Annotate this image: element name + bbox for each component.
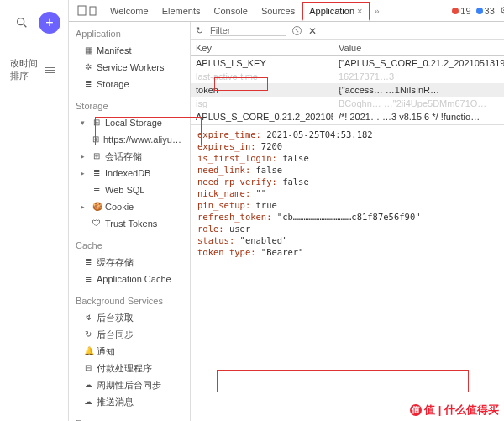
chevron-right-icon[interactable]: » xyxy=(371,3,383,19)
sidebar-session-storage[interactable]: ▸⊞会话存储 xyxy=(74,148,190,165)
gear-icon[interactable]: ⚙ xyxy=(500,5,504,16)
svg-rect-2 xyxy=(78,6,86,15)
table-row[interactable]: APLUS_S_CORE_0.21.2_20210513191631_2… xyxy=(191,110,333,124)
table-row[interactable]: isg__ xyxy=(191,97,333,110)
tab-elements[interactable]: Elements xyxy=(156,3,207,19)
group-bg: Background Services xyxy=(69,294,190,309)
sidebar-bg-fetch[interactable]: ↯后台获取 xyxy=(69,309,190,326)
svg-point-0 xyxy=(18,18,24,25)
col-value[interactable]: Value xyxy=(333,40,504,56)
sidebar-cookie[interactable]: ▸🍪Cookie xyxy=(74,198,190,215)
filter-bar: ↻ ✕ xyxy=(191,22,504,40)
device-toggle-icon[interactable] xyxy=(72,5,102,16)
filter-input[interactable] xyxy=(210,25,286,36)
tab-application[interactable]: Application× xyxy=(302,2,369,21)
storage-table: Key APLUS_LS_KEY last-active-time token … xyxy=(191,40,504,124)
tree-toggle-icon[interactable]: ▾ xyxy=(81,116,87,129)
sidebar-payment[interactable]: ⊟付款处理程序 xyxy=(69,360,190,376)
group-application: Application xyxy=(69,27,190,42)
grid-icon: ⊞ xyxy=(92,133,99,146)
group-cache: Cache xyxy=(69,239,190,254)
table-row[interactable]: APLUS_LS_KEY xyxy=(191,56,333,70)
sw-icon: ✲ xyxy=(84,61,92,74)
sidebar-storage[interactable]: ≣Storage xyxy=(69,76,190,92)
table-row[interactable]: last-active-time xyxy=(191,70,333,83)
sidebar-notifications[interactable]: 🔔通知 xyxy=(69,343,190,360)
sidebar-trust-tokens[interactable]: 🛡Trust Tokens xyxy=(74,215,190,232)
message-badge[interactable]: 33 xyxy=(476,6,495,16)
delete-icon[interactable]: ✕ xyxy=(308,25,317,37)
group-frames: Frames xyxy=(69,417,190,421)
table-cell[interactable]: /*! 2021… …3 v8.15.6 */ !functio… xyxy=(333,110,504,124)
sort-label: 改时间排序 xyxy=(10,57,45,82)
error-badge[interactable]: 19 xyxy=(452,6,470,16)
sidebar-cache-storage[interactable]: ≣缓存存储 xyxy=(69,254,190,271)
application-sidebar: Application ▦Manifest ✲Service Workers ≣… xyxy=(69,22,191,421)
value-detail: expire_time: 2021-05-25T04:53.182expires… xyxy=(191,124,504,421)
watermark: 值值 | 什么值得买 xyxy=(410,403,499,418)
sidebar-local-storage-origin[interactable]: ⊞https://www.aliyundrive.com xyxy=(74,131,190,148)
app-left-strip: + 改时间排序 xyxy=(0,0,68,421)
tab-sources[interactable]: Sources xyxy=(255,3,301,19)
table-cell[interactable]: ["APLUS_S_CORE_0.21.2_20210513191631… xyxy=(333,56,504,70)
tab-console[interactable]: Console xyxy=(208,3,254,19)
sidebar-periodic-sync[interactable]: ☁周期性后台同步 xyxy=(69,376,190,393)
devtools-tabbar: Welcome Elements Console Sources Applica… xyxy=(69,0,504,22)
sidebar-indexeddb[interactable]: ▸≣IndexedDB xyxy=(74,165,190,182)
clear-filter-icon[interactable] xyxy=(292,26,302,35)
table-row-selected[interactable]: token xyxy=(191,83,333,97)
tab-welcome[interactable]: Welcome xyxy=(104,3,155,19)
group-storage: Storage xyxy=(69,99,190,114)
col-key[interactable]: Key xyxy=(191,40,333,56)
table-cell[interactable]: BCoqhn… …"2ii4Upe5DMm671O… xyxy=(333,97,504,110)
sidebar-service-workers[interactable]: ✲Service Workers xyxy=(69,59,190,76)
table-cell[interactable]: {"access… …1NiIsInR… xyxy=(333,83,504,97)
sidebar-manifest[interactable]: ▦Manifest xyxy=(69,42,190,59)
manifest-icon: ▦ xyxy=(84,44,92,57)
add-button[interactable]: + xyxy=(39,12,60,34)
sidebar-push[interactable]: ☁推送消息 xyxy=(69,393,190,410)
search-icon[interactable] xyxy=(15,16,29,29)
sidebar-local-storage[interactable]: ▾⊞Local Storage xyxy=(74,114,190,131)
storage-icon: ≣ xyxy=(84,77,92,91)
grid-icon: ⊞ xyxy=(92,116,101,129)
svg-rect-3 xyxy=(90,7,96,15)
sidebar-bg-sync[interactable]: ↻后台同步 xyxy=(69,326,190,343)
svg-line-1 xyxy=(24,24,26,27)
table-cell[interactable]: 16217371…3 xyxy=(333,70,504,83)
sidebar-websql[interactable]: ≣Web SQL xyxy=(74,182,190,198)
close-icon[interactable]: × xyxy=(357,6,362,16)
refresh-icon[interactable]: ↻ xyxy=(196,25,203,36)
hamburger-icon[interactable] xyxy=(45,67,55,73)
sidebar-app-cache[interactable]: ≣Application Cache xyxy=(69,271,190,287)
